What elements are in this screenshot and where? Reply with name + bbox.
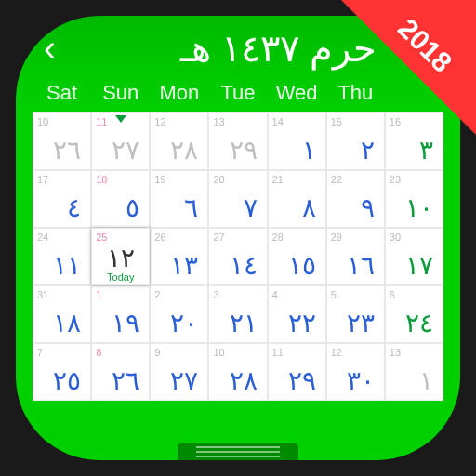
hijri-date: ٥ [126,195,139,221]
gregorian-date: 10 [213,347,224,358]
hijri-date: ٨ [302,195,316,221]
today-label: Today [92,271,149,283]
day-cell[interactable]: 8٢٦ [91,343,150,401]
hijri-date: ١٦ [347,253,375,279]
gregorian-date: 21 [272,174,284,185]
day-cell[interactable]: 24١١ [33,228,91,285]
hijri-date: ٢٥ [53,368,81,394]
hijri-date: ٩ [361,195,375,221]
gregorian-date: 14 [272,116,284,127]
day-cell[interactable]: 11٢٧ [91,112,150,170]
gregorian-date: 8 [96,347,101,358]
hijri-date: ٢٧ [112,138,139,164]
gregorian-date: 19 [154,174,165,185]
day-cell[interactable]: 31١٨ [33,285,91,343]
hijri-date: ٢٦ [53,138,81,164]
hijri-date: ٢٣ [347,311,375,337]
day-cell[interactable]: 30١٧ [385,228,443,285]
day-cell[interactable]: 14١ [268,112,326,170]
gregorian-date: 11 [96,116,107,127]
calendar-grid: 10٢٦11٢٧12٢٨13٢٩14١15٢16٣17٤18٥19٦20٧21٨… [33,112,443,401]
hijri-date: ٢٧ [170,368,198,394]
day-cell[interactable]: 12٣٠ [326,343,385,401]
gregorian-date: 11 [272,347,284,358]
hijri-date: ١٠ [405,195,433,221]
hijri-date: ١٣ [170,253,198,279]
weekday-label: Sun [91,81,150,105]
gregorian-date: 17 [37,174,48,185]
day-cell[interactable]: 27١٤ [208,228,267,285]
hijri-date: ١ [302,138,316,164]
gregorian-date: 15 [331,116,342,127]
event-marker-icon [115,115,126,123]
weekday-label: Thu [326,81,385,105]
hijri-date: ١٤ [230,253,258,279]
hijri-date: ٣٠ [347,368,375,394]
day-cell[interactable]: 10٢٦ [33,112,91,170]
day-cell[interactable]: 18٥ [91,170,150,228]
gregorian-date: 1 [96,289,101,300]
gregorian-date: 29 [331,231,342,243]
day-cell[interactable]: 15٢ [326,112,385,170]
header: ‹ حرم ١٤٣٧ هـ [16,16,460,81]
day-cell[interactable]: 28١٥ [268,228,326,285]
month-title: حرم ١٤٣٧ هـ [69,27,432,70]
gregorian-date: 31 [37,289,48,300]
gregorian-date: 12 [331,347,342,358]
gregorian-date: 9 [154,347,160,358]
gregorian-date: 10 [37,116,48,127]
weekday-label: Sat [33,81,91,105]
day-cell[interactable]: 26١٣ [150,228,208,285]
day-cell[interactable]: 2٢٠ [150,285,208,343]
gregorian-date: 13 [213,116,224,127]
gregorian-date: 7 [37,347,43,358]
day-cell[interactable]: 11٢٩ [268,343,326,401]
gregorian-date: 24 [37,231,48,243]
drawer-handle-icon[interactable] [178,443,298,460]
gregorian-date: 2 [154,289,160,300]
day-cell[interactable]: 29١٦ [326,228,385,285]
day-cell[interactable]: 9٢٧ [150,343,208,401]
day-cell[interactable]: 1١٩ [91,285,150,343]
hijri-date: ٢ [361,138,375,164]
day-cell[interactable]: 17٤ [33,170,91,228]
hijri-date: ٤ [67,195,81,221]
gregorian-date: 23 [390,174,401,185]
day-cell[interactable]: 22٩ [326,170,385,228]
day-cell[interactable]: 19٦ [150,170,208,228]
day-cell[interactable]: 13١ [385,343,443,401]
day-cell[interactable]: 16٣ [385,112,443,170]
hijri-date: ١٨ [53,311,81,337]
hijri-date: ٢٢ [288,311,316,337]
gregorian-date: 5 [331,289,337,300]
chevron-left-icon[interactable]: ‹ [44,31,56,66]
hijri-date: ٢٩ [288,368,316,394]
hijri-date: ١ [419,368,433,394]
day-cell[interactable]: 12٢٨ [150,112,208,170]
weekday-row: Sat Sun Mon Tue Wed Thu [16,81,460,112]
hijri-date: ١٢ [92,245,149,271]
day-cell[interactable]: 20٧ [208,170,267,228]
day-cell[interactable]: 3٢١ [208,285,267,343]
gregorian-date: 18 [96,174,107,185]
day-cell[interactable]: 7٢٥ [33,343,91,401]
gregorian-date: 27 [213,231,224,243]
day-cell[interactable]: 25١٢Today [91,228,150,285]
gregorian-date: 13 [390,347,401,358]
day-cell[interactable]: 5٢٣ [326,285,385,343]
hijri-date: ٧ [244,195,258,221]
day-cell[interactable]: 21٨ [268,170,326,228]
gregorian-date: 4 [272,289,278,300]
gregorian-date: 16 [390,116,401,127]
gregorian-date: 25 [96,231,107,243]
day-cell[interactable]: 4٢٢ [268,285,326,343]
day-cell[interactable]: 23١٠ [385,170,443,228]
gregorian-date: 20 [213,174,224,185]
day-cell[interactable]: 10٢٨ [208,343,267,401]
weekday-label: Tue [208,81,267,105]
day-cell[interactable]: 6٢٤ [385,285,443,343]
gregorian-date: 30 [390,231,401,243]
day-cell[interactable]: 13٢٩ [208,112,267,170]
hijri-date: ١٧ [405,253,433,279]
hijri-date: ٢٨ [230,368,258,394]
